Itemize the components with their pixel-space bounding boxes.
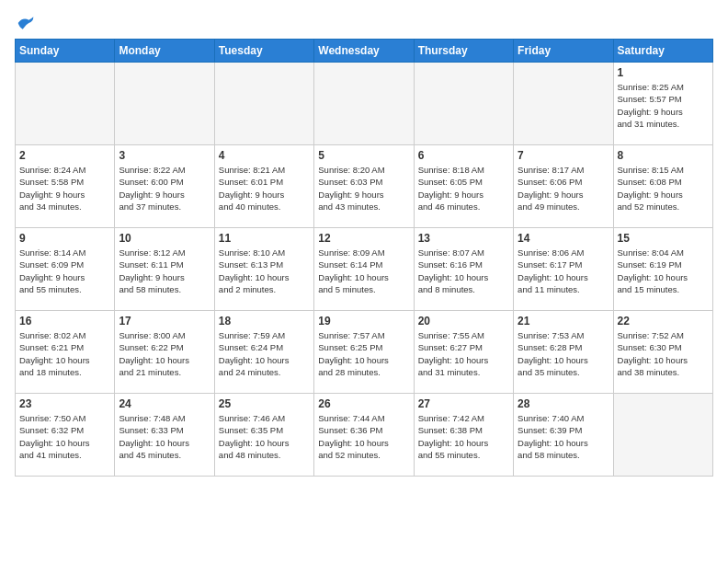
day-info: Sunrise: 7:52 AM Sunset: 6:30 PM Dayligh… xyxy=(618,329,709,378)
day-info: Sunrise: 8:21 AM Sunset: 6:01 PM Dayligh… xyxy=(219,164,310,213)
day-cell xyxy=(414,63,513,145)
day-number: 7 xyxy=(518,149,609,162)
day-number: 22 xyxy=(618,315,709,327)
day-cell: 17Sunrise: 8:00 AM Sunset: 6:22 PM Dayli… xyxy=(115,311,214,394)
day-cell: 5Sunrise: 8:20 AM Sunset: 6:03 PM Daylig… xyxy=(314,145,414,228)
logo xyxy=(15,15,35,31)
day-number: 25 xyxy=(219,397,310,410)
day-info: Sunrise: 7:50 AM Sunset: 6:32 PM Dayligh… xyxy=(19,412,110,461)
calendar-body: 1Sunrise: 8:25 AM Sunset: 5:57 PM Daylig… xyxy=(16,63,713,477)
day-info: Sunrise: 8:10 AM Sunset: 6:13 PM Dayligh… xyxy=(219,247,310,295)
day-cell: 22Sunrise: 7:52 AM Sunset: 6:30 PM Dayli… xyxy=(613,311,712,394)
day-number: 16 xyxy=(19,315,110,327)
day-number: 10 xyxy=(119,232,210,245)
week-row-2: 9Sunrise: 8:14 AM Sunset: 6:09 PM Daylig… xyxy=(16,228,713,311)
day-cell: 2Sunrise: 8:24 AM Sunset: 5:58 PM Daylig… xyxy=(16,145,115,228)
day-cell: 25Sunrise: 7:46 AM Sunset: 6:35 PM Dayli… xyxy=(214,394,313,477)
day-info: Sunrise: 7:42 AM Sunset: 6:38 PM Dayligh… xyxy=(418,412,509,461)
day-number: 8 xyxy=(618,149,709,162)
page-header xyxy=(15,15,713,31)
day-info: Sunrise: 8:22 AM Sunset: 6:00 PM Dayligh… xyxy=(119,164,210,213)
day-info: Sunrise: 8:07 AM Sunset: 6:16 PM Dayligh… xyxy=(418,247,509,295)
day-info: Sunrise: 8:24 AM Sunset: 5:58 PM Dayligh… xyxy=(19,164,110,213)
day-info: Sunrise: 8:12 AM Sunset: 6:11 PM Dayligh… xyxy=(119,247,210,295)
day-info: Sunrise: 8:25 AM Sunset: 5:57 PM Dayligh… xyxy=(618,81,709,130)
header-monday: Monday xyxy=(115,40,214,63)
week-row-4: 23Sunrise: 7:50 AM Sunset: 6:32 PM Dayli… xyxy=(16,394,713,477)
day-number: 2 xyxy=(19,149,110,162)
week-row-1: 2Sunrise: 8:24 AM Sunset: 5:58 PM Daylig… xyxy=(16,145,713,228)
header-thursday: Thursday xyxy=(414,40,513,63)
day-cell xyxy=(115,63,214,145)
day-number: 20 xyxy=(418,315,509,327)
day-cell: 21Sunrise: 7:53 AM Sunset: 6:28 PM Dayli… xyxy=(514,311,613,394)
day-cell: 27Sunrise: 7:42 AM Sunset: 6:38 PM Dayli… xyxy=(414,394,513,477)
day-info: Sunrise: 8:06 AM Sunset: 6:17 PM Dayligh… xyxy=(518,247,609,295)
day-info: Sunrise: 8:15 AM Sunset: 6:08 PM Dayligh… xyxy=(618,164,709,213)
day-info: Sunrise: 7:44 AM Sunset: 6:36 PM Dayligh… xyxy=(318,412,409,461)
header-row: SundayMondayTuesdayWednesdayThursdayFrid… xyxy=(16,40,713,63)
header-saturday: Saturday xyxy=(613,40,712,63)
day-cell xyxy=(514,63,613,145)
day-number: 27 xyxy=(418,397,509,410)
day-cell: 4Sunrise: 8:21 AM Sunset: 6:01 PM Daylig… xyxy=(214,145,313,228)
day-cell: 23Sunrise: 7:50 AM Sunset: 6:32 PM Dayli… xyxy=(16,394,115,477)
day-info: Sunrise: 7:46 AM Sunset: 6:35 PM Dayligh… xyxy=(219,412,310,461)
day-cell: 1Sunrise: 8:25 AM Sunset: 5:57 PM Daylig… xyxy=(613,63,712,145)
day-info: Sunrise: 7:57 AM Sunset: 6:25 PM Dayligh… xyxy=(318,329,409,378)
day-cell: 28Sunrise: 7:40 AM Sunset: 6:39 PM Dayli… xyxy=(514,394,613,477)
day-cell xyxy=(214,63,313,145)
day-number: 15 xyxy=(618,232,709,245)
week-row-3: 16Sunrise: 8:02 AM Sunset: 6:21 PM Dayli… xyxy=(16,311,713,394)
day-number: 5 xyxy=(318,149,409,162)
day-number: 1 xyxy=(618,66,709,79)
header-tuesday: Tuesday xyxy=(214,40,313,63)
day-number: 9 xyxy=(19,232,110,245)
day-number: 4 xyxy=(219,149,310,162)
logo-bird-icon xyxy=(17,15,35,31)
day-info: Sunrise: 7:55 AM Sunset: 6:27 PM Dayligh… xyxy=(418,329,509,378)
day-cell: 20Sunrise: 7:55 AM Sunset: 6:27 PM Dayli… xyxy=(414,311,513,394)
day-info: Sunrise: 7:53 AM Sunset: 6:28 PM Dayligh… xyxy=(518,329,609,378)
day-number: 11 xyxy=(219,232,310,245)
day-cell: 12Sunrise: 8:09 AM Sunset: 6:14 PM Dayli… xyxy=(314,228,414,311)
calendar-table: SundayMondayTuesdayWednesdayThursdayFrid… xyxy=(15,39,713,477)
day-number: 24 xyxy=(119,397,210,410)
day-info: Sunrise: 8:14 AM Sunset: 6:09 PM Dayligh… xyxy=(19,247,110,295)
day-cell: 10Sunrise: 8:12 AM Sunset: 6:11 PM Dayli… xyxy=(115,228,214,311)
day-info: Sunrise: 8:20 AM Sunset: 6:03 PM Dayligh… xyxy=(318,164,409,213)
day-cell: 6Sunrise: 8:18 AM Sunset: 6:05 PM Daylig… xyxy=(414,145,513,228)
header-wednesday: Wednesday xyxy=(314,40,414,63)
header-sunday: Sunday xyxy=(16,40,115,63)
calendar-header: SundayMondayTuesdayWednesdayThursdayFrid… xyxy=(16,40,713,63)
day-number: 18 xyxy=(219,315,310,327)
day-info: Sunrise: 8:02 AM Sunset: 6:21 PM Dayligh… xyxy=(19,329,110,378)
day-number: 26 xyxy=(318,397,409,410)
day-number: 12 xyxy=(318,232,409,245)
day-number: 14 xyxy=(518,232,609,245)
day-info: Sunrise: 7:48 AM Sunset: 6:33 PM Dayligh… xyxy=(119,412,210,461)
day-cell: 19Sunrise: 7:57 AM Sunset: 6:25 PM Dayli… xyxy=(314,311,414,394)
day-number: 6 xyxy=(418,149,509,162)
day-cell: 26Sunrise: 7:44 AM Sunset: 6:36 PM Dayli… xyxy=(314,394,414,477)
day-info: Sunrise: 7:40 AM Sunset: 6:39 PM Dayligh… xyxy=(518,412,609,461)
day-cell: 14Sunrise: 8:06 AM Sunset: 6:17 PM Dayli… xyxy=(514,228,613,311)
day-number: 17 xyxy=(119,315,210,327)
day-cell: 7Sunrise: 8:17 AM Sunset: 6:06 PM Daylig… xyxy=(514,145,613,228)
day-number: 3 xyxy=(119,149,210,162)
day-cell xyxy=(613,394,712,477)
day-info: Sunrise: 8:17 AM Sunset: 6:06 PM Dayligh… xyxy=(518,164,609,213)
day-number: 28 xyxy=(518,397,609,410)
day-number: 21 xyxy=(518,315,609,327)
day-cell: 18Sunrise: 7:59 AM Sunset: 6:24 PM Dayli… xyxy=(214,311,313,394)
header-friday: Friday xyxy=(514,40,613,63)
day-cell: 16Sunrise: 8:02 AM Sunset: 6:21 PM Dayli… xyxy=(16,311,115,394)
day-cell xyxy=(16,63,115,145)
day-info: Sunrise: 8:00 AM Sunset: 6:22 PM Dayligh… xyxy=(119,329,210,378)
day-cell: 3Sunrise: 8:22 AM Sunset: 6:00 PM Daylig… xyxy=(115,145,214,228)
day-number: 19 xyxy=(318,315,409,327)
day-cell: 9Sunrise: 8:14 AM Sunset: 6:09 PM Daylig… xyxy=(16,228,115,311)
day-info: Sunrise: 8:04 AM Sunset: 6:19 PM Dayligh… xyxy=(618,247,709,295)
day-info: Sunrise: 8:18 AM Sunset: 6:05 PM Dayligh… xyxy=(418,164,509,213)
day-cell: 8Sunrise: 8:15 AM Sunset: 6:08 PM Daylig… xyxy=(613,145,712,228)
